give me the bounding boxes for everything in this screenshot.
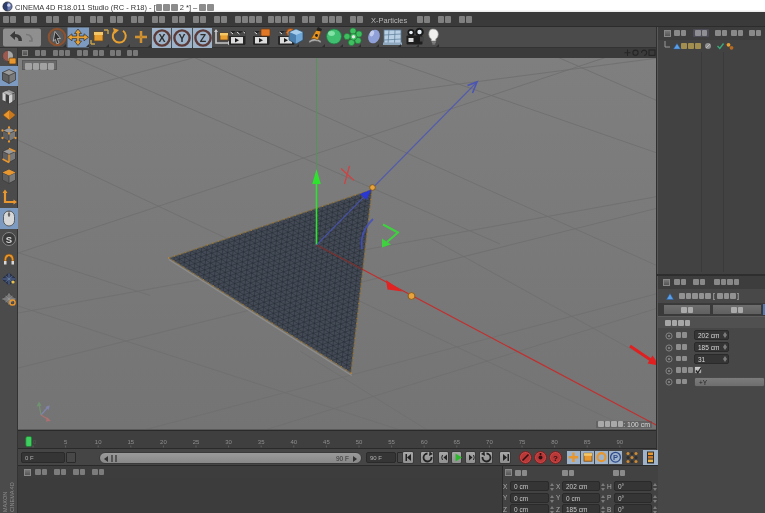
svg-text:60: 60 — [421, 439, 428, 445]
svg-text:X: X — [158, 31, 165, 43]
svg-text:5: 5 — [64, 439, 68, 445]
svg-text:10: 10 — [95, 439, 102, 445]
svg-text:80: 80 — [551, 439, 558, 445]
svg-text:Y: Y — [178, 31, 185, 43]
svg-text:25: 25 — [193, 439, 200, 445]
svg-text:65: 65 — [453, 439, 460, 445]
svg-text:85: 85 — [584, 439, 591, 445]
svg-text:0: 0 — [33, 439, 37, 445]
svg-text:50: 50 — [356, 439, 363, 445]
svg-text:40: 40 — [290, 439, 297, 445]
svg-text:45: 45 — [323, 439, 330, 445]
svg-text:?: ? — [553, 454, 558, 463]
svg-text:P: P — [613, 453, 618, 462]
svg-text:35: 35 — [258, 439, 265, 445]
svg-text:70: 70 — [486, 439, 493, 445]
svg-text:CINEMA 4D: CINEMA 4D — [9, 482, 15, 512]
svg-text:90: 90 — [616, 439, 623, 445]
svg-text:MAXON: MAXON — [2, 492, 8, 512]
svg-text:55: 55 — [388, 439, 395, 445]
svg-text:S: S — [6, 234, 12, 245]
svg-text:20: 20 — [160, 439, 167, 445]
svg-text:75: 75 — [519, 439, 526, 445]
svg-text:Z: Z — [199, 31, 206, 43]
svg-text:30: 30 — [225, 439, 232, 445]
svg-text:15: 15 — [127, 439, 134, 445]
